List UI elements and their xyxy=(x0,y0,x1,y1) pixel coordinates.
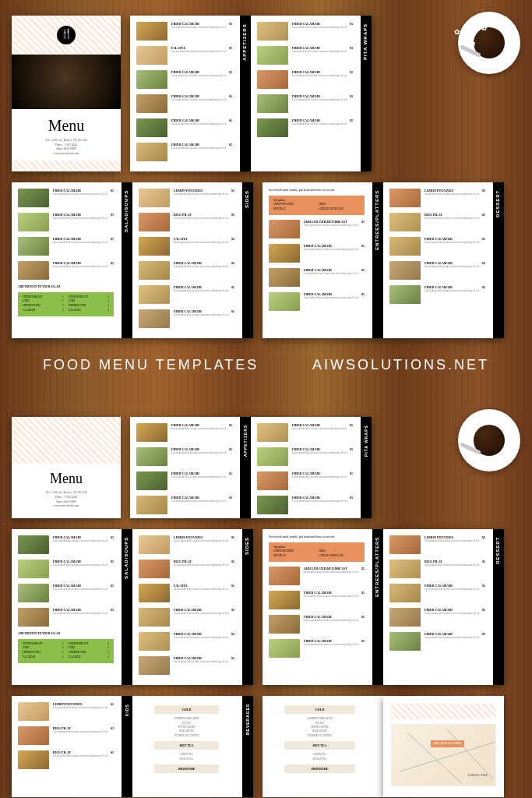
menu-item: FRIED CALAMARI$5Lorem ipsum dolor sit am… xyxy=(18,535,126,554)
menu-item: FRIED CALAMARI$5Lorem ipsum dolor sit am… xyxy=(257,423,365,442)
beverages-page: BEVERAGES COLD ASSORTED SODA & ICEICE TE… xyxy=(132,696,253,797)
salad-tab: SALAD/SOUPS xyxy=(122,182,132,338)
menu-item: FRIED CALAMARI$5Lorem ipsum dolor sit am… xyxy=(136,22,245,41)
menu-item: FRIED CALAMARI$5Lorem ipsum dolor sit am… xyxy=(139,656,247,675)
menu-item: RICE PILAF$5Lorem ipsum dolor sit amet c… xyxy=(18,726,126,745)
menu-item: LEMON POTATOES$5Lorem ipsum dolor sit am… xyxy=(389,189,498,207)
menu-item: FRIED CALAMARI$5Lorem ipsum dolor sit am… xyxy=(257,70,365,89)
salad-sides-spread-2: SALAD/SOUPS FRIED CALAMARI$5Lorem ipsum … xyxy=(12,529,253,685)
menu-item: FRIED CALAMARI$5Lorem ipsum dolor sit am… xyxy=(269,591,377,609)
map-back-cover: ADD YOUR MAP HERE PARKING HERE xyxy=(383,696,504,797)
beverages-page-2: COLD ASSORTED SODA & ICEICE TEABOTTLE WA… xyxy=(262,696,383,797)
entrees-page-2: ENTREES/PLATTERS Served with salad, tzat… xyxy=(262,529,383,685)
bev-cat-cold: COLD xyxy=(154,705,219,714)
menu-item: FRIED CALAMARI$5Lorem ipsum dolor sit am… xyxy=(18,213,126,231)
menu-item: FRIED CALAMARI$5Lorem ipsum dolor sit am… xyxy=(389,261,498,280)
sides-page: SIDES LEMON POTATOES$5Lorem ipsum dolor … xyxy=(132,182,253,338)
menu-item: FALAFEL$5Lorem ipsum dolor sit amet cons… xyxy=(139,584,247,602)
menu-cover-small: Menu 101 A 12th Ave, Denver, CO, 80 1234… xyxy=(12,417,121,518)
appetizers-tab: APPETIZERS xyxy=(240,16,251,171)
bev-cat-hot: HOT TEA xyxy=(154,741,219,750)
cover-hero-image xyxy=(12,55,121,109)
pita-page-2: PITA WRAPS FRIED CALAMARI$5Lorem ipsum d… xyxy=(251,417,372,518)
menu-item: FRIED CALAMARI$5Lorem ipsum dolor sit am… xyxy=(18,584,126,602)
mockup-section-2: Menu 101 A 12th Ave, Denver, CO, 80 1234… xyxy=(0,401,532,798)
menu-item: LEMON POTATOES$5Lorem ipsum dolor sit am… xyxy=(139,535,247,554)
menu-item: FRIED CALAMARI$5Lorem ipsum dolor sit am… xyxy=(139,632,247,651)
protein-title: ADD PROTEIN TO YOUR SALAD xyxy=(18,285,126,289)
menu-item: LEMON POTATOES$5Lorem ipsum dolor sit am… xyxy=(139,189,247,207)
menu-item: FRIED CALAMARI$5Lorem ipsum dolor sit am… xyxy=(139,309,247,328)
bev-cat-smoothie: SMOOTHIE xyxy=(154,764,219,773)
appetizers-pita-spread-2: APPETIZERS FRIED CALAMARI$5Lorem ipsum d… xyxy=(130,417,372,518)
menu-item: FALAFEL$5Lorem ipsum dolor sit amet cons… xyxy=(136,46,245,65)
menu-item: FRIED CALAMARI$5Lorem ipsum dolor sit am… xyxy=(136,496,245,514)
menu-item: FRIED CALAMARI$5Lorem ipsum dolor sit am… xyxy=(136,471,245,490)
menu-item: GRILLED CHICKEN BREAST$5Lorem ipsum dolo… xyxy=(269,567,377,585)
menu-item: FRIED CALAMARI$5Lorem ipsum dolor sit am… xyxy=(136,143,245,161)
menu-item: FRIED CALAMARI$5Lorem ipsum dolor sit am… xyxy=(269,639,377,658)
side-options-box: Side options: LEMON POTATOESFRIES RICE P… xyxy=(269,542,365,563)
menu-item: FRIED CALAMARI$5Lorem ipsum dolor sit am… xyxy=(139,285,247,304)
menu-item: FRIED CALAMARI$5Lorem ipsum dolor sit am… xyxy=(18,189,126,207)
entree-served-text: Served with salad, tzatziki, pita bread … xyxy=(269,189,377,192)
menu-item: FRIED CALAMARI$5Lorem ipsum dolor sit am… xyxy=(18,261,126,280)
salad-page-2: SALAD/SOUPS FRIED CALAMARI$5Lorem ipsum … xyxy=(12,529,132,685)
kids-beverages-spread: KIDS LEMON POTATOES$5Lorem ipsum dolor s… xyxy=(12,696,253,797)
menu-item: FRIED CALAMARI$5Lorem ipsum dolor sit am… xyxy=(257,94,365,113)
menu-item: FRIED CALAMARI$5Lorem ipsum dolor sit am… xyxy=(257,118,365,137)
menu-item: FRIED CALAMARI$5Lorem ipsum dolor sit am… xyxy=(389,285,498,304)
menu-item: FRIED CALAMARI$5Lorem ipsum dolor sit am… xyxy=(269,292,377,311)
menu-item: FRIED CALAMARI$5Lorem ipsum dolor sit am… xyxy=(389,632,498,651)
salad-sides-spread: SALAD/SOUPS FRIED CALAMARI$5Lorem ipsum … xyxy=(12,182,253,338)
menu-item: RICE PILAF$5Lorem ipsum dolor sit amet c… xyxy=(139,213,247,231)
title-left: FOOD MENU TEMPLATES xyxy=(43,349,259,386)
map-placeholder: ADD YOUR MAP HERE PARKING HERE xyxy=(391,724,496,786)
menu-item: RICE PILAF$5Lorem ipsum dolor sit amet c… xyxy=(389,560,498,578)
menu-title: Menu xyxy=(12,464,121,491)
menu-item: FRIED CALAMARI$5Lorem ipsum dolor sit am… xyxy=(257,471,365,490)
dessert-tab: DESSERT xyxy=(493,182,504,338)
pita-tab: PITA WRAPS xyxy=(361,16,372,171)
menu-item: FRIED CALAMARI$5Lorem ipsum dolor sit am… xyxy=(389,584,498,602)
menu-item: FRIED CALAMARI$5Lorem ipsum dolor sit am… xyxy=(136,118,245,137)
side-options-box: Side options: LEMON POTATOESFRIES RICE P… xyxy=(269,196,365,216)
menu-item: FRIED CALAMARI$5Lorem ipsum dolor sit am… xyxy=(257,46,365,65)
menu-item: FRIED CALAMARI$5Lorem ipsum dolor sit am… xyxy=(139,608,247,627)
title-bar: FOOD MENU TEMPLATES AIWSOLUTIONS.NET xyxy=(12,349,520,386)
menu-item: FRIED CALAMARI$5Lorem ipsum dolor sit am… xyxy=(136,447,245,466)
sides-page-2: SIDES LEMON POTATOES$5Lorem ipsum dolor … xyxy=(132,529,253,685)
menu-item: RICE PILAF$5Lorem ipsum dolor sit amet c… xyxy=(18,750,126,769)
menu-item: LEMON POTATOES$5Lorem ipsum dolor sit am… xyxy=(18,702,126,721)
menu-item: RICE PILAF$5Lorem ipsum dolor sit amet c… xyxy=(389,213,498,231)
svg-line-1 xyxy=(407,733,462,783)
appetizers-pita-spread: APPETIZERS FRIED CALAMARI$5Lorem ipsum d… xyxy=(130,16,372,171)
menu-item: FRIED CALAMARI$5Lorem ipsum dolor sit am… xyxy=(389,237,498,256)
menu-item: FRIED CALAMARI$5Lorem ipsum dolor sit am… xyxy=(257,496,365,514)
menu-item: FRIED CALAMARI$5Lorem ipsum dolor sit am… xyxy=(139,261,247,280)
menu-item: RICE PILAF$5Lorem ipsum dolor sit amet c… xyxy=(139,560,247,578)
sides-tab: SIDES xyxy=(242,182,253,338)
protein-box: CHICKEN BREAST5 CHICKEN BREAST5 GYRO5 GY… xyxy=(18,292,114,317)
dessert-page-2: DESSERT LEMON POTATOES$5Lorem ipsum dolo… xyxy=(383,529,504,685)
menu-title: Menu xyxy=(12,109,121,139)
entrees-page: ENTREES/PLATTERS Served with salad, tzat… xyxy=(262,182,383,338)
entrees-dessert-spread: ENTREES/PLATTERS Served with salad, tzat… xyxy=(262,182,504,338)
entrees-dessert-spread-2: ENTREES/PLATTERS Served with salad, tzat… xyxy=(262,529,504,685)
back-cover-spread: COLD ASSORTED SODA & ICEICE TEABOTTLE WA… xyxy=(262,696,504,797)
menu-item: FRIED CALAMARI$5Lorem ipsum dolor sit am… xyxy=(18,237,126,256)
appetizers-page-2: APPETIZERS FRIED CALAMARI$5Lorem ipsum d… xyxy=(130,417,251,518)
menu-item: FRIED CALAMARI$5Lorem ipsum dolor sit am… xyxy=(269,615,377,634)
entrees-tab: ENTREES/PLATTERS xyxy=(372,182,383,338)
menu-cover-page: Menu 101 A 12th Ave, Denver, CO, 80 1234… xyxy=(12,16,121,171)
menu-item: FRIED CALAMARI$5Lorem ipsum dolor sit am… xyxy=(18,560,126,578)
protein-box: CHICKEN BREAST5 CHICKEN BREAST5 GYRO5 GY… xyxy=(18,639,114,664)
menu-item: FRIED CALAMARI$5Lorem ipsum dolor sit am… xyxy=(136,423,245,442)
pita-wraps-page: PITA WRAPS FRIED CALAMARI$5Lorem ipsum d… xyxy=(251,16,372,171)
cover-web: www.yourwebsite.com xyxy=(19,152,113,157)
mockup-section-1: Menu 101 A 12th Ave, Denver, CO, 80 1234… xyxy=(0,0,532,401)
menu-item: FRIED CALAMARI$5Lorem ipsum dolor sit am… xyxy=(269,244,377,263)
cutlery-logo-icon xyxy=(57,26,76,44)
menu-item: FRIED CALAMARI$5Lorem ipsum dolor sit am… xyxy=(269,268,377,287)
dessert-page: DESSERT LEMON POTATOES$5Lorem ipsum dolo… xyxy=(383,182,504,338)
